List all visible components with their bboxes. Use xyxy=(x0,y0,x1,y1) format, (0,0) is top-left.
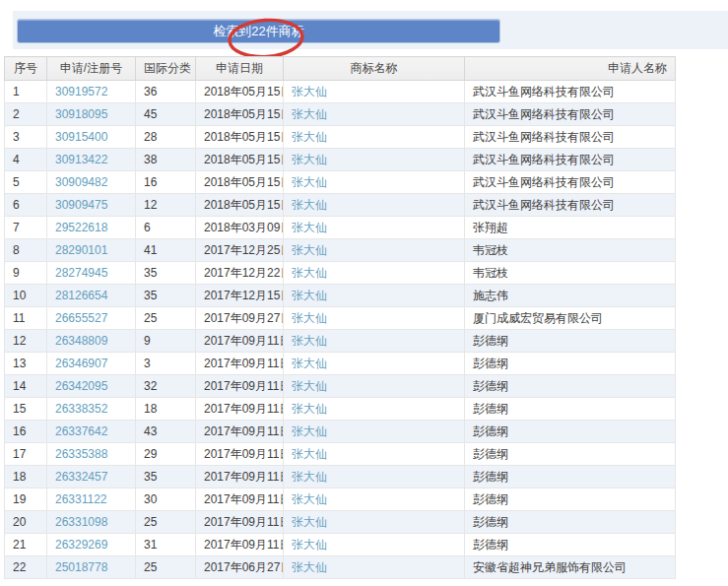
table-row: 2026331098252017年09月11日张大仙彭德纲 xyxy=(5,511,676,534)
cell-applicant: 彭德纲 xyxy=(465,488,676,511)
cell-mark[interactable]: 张大仙 xyxy=(284,466,465,488)
result-banner-panel: 检索到22件商标 xyxy=(13,11,728,49)
cell-regno[interactable]: 26342095 xyxy=(47,375,136,398)
cell-mark[interactable]: 张大仙 xyxy=(284,421,465,443)
table-row: 630909475122018年05月15日张大仙武汉斗鱼网络科技有限公司 xyxy=(5,194,676,217)
cell-applicant: 韦冠枝 xyxy=(465,262,676,285)
cell-class: 25 xyxy=(136,307,196,330)
header-regno: 申请/注册号 xyxy=(47,57,136,81)
cell-regno[interactable]: 26335388 xyxy=(47,443,136,466)
table-row: 1926331122302017年09月11日张大仙彭德纲 xyxy=(5,488,676,511)
cell-regno[interactable]: 28274945 xyxy=(47,262,136,285)
cell-regno[interactable]: 30913422 xyxy=(47,149,136,171)
cell-regno[interactable]: 30909482 xyxy=(47,171,136,194)
cell-applicant: 施志伟 xyxy=(465,285,676,307)
cell-mark[interactable]: 张大仙 xyxy=(284,307,465,330)
cell-mark[interactable]: 张大仙 xyxy=(284,126,465,149)
cell-mark[interactable]: 张大仙 xyxy=(284,171,465,194)
header-date: 申请日期 xyxy=(196,57,284,81)
cell-class: 38 xyxy=(136,149,196,171)
cell-date: 2017年12月15日 xyxy=(196,285,284,307)
cell-applicant: 张翔超 xyxy=(465,217,676,239)
cell-regno[interactable]: 26338352 xyxy=(47,398,136,421)
cell-mark[interactable]: 张大仙 xyxy=(284,149,465,171)
cell-applicant: 韦冠枝 xyxy=(465,239,676,262)
cell-mark[interactable]: 张大仙 xyxy=(284,534,465,556)
table-row: 530909482162018年05月15日张大仙武汉斗鱼网络科技有限公司 xyxy=(5,171,676,194)
cell-class: 41 xyxy=(136,239,196,262)
cell-mark[interactable]: 张大仙 xyxy=(284,194,465,217)
cell-regno[interactable]: 30918095 xyxy=(47,103,136,126)
trademark-search-results-page: 检索到22件商标 序号 申请/注册号 国际分类 申请日期 商标名称 申请人名称 … xyxy=(0,0,728,586)
cell-applicant: 彭德纲 xyxy=(465,466,676,488)
cell-mark[interactable]: 张大仙 xyxy=(284,511,465,534)
cell-class: 28 xyxy=(136,126,196,149)
table-row: 2225018778252017年06月27日张大仙安徽省超神兄弟服饰有限公司 xyxy=(5,556,676,579)
cell-applicant: 彭德纲 xyxy=(465,330,676,353)
cell-mark[interactable]: 张大仙 xyxy=(284,217,465,239)
cell-seq: 10 xyxy=(5,285,47,307)
cell-mark[interactable]: 张大仙 xyxy=(284,262,465,285)
cell-seq: 3 xyxy=(5,126,47,149)
results-table: 序号 申请/注册号 国际分类 申请日期 商标名称 申请人名称 130919572… xyxy=(4,56,676,579)
table-row: 1726335388292017年09月11日张大仙彭德纲 xyxy=(5,443,676,466)
cell-date: 2018年03月09日 xyxy=(196,217,284,239)
cell-regno[interactable]: 29522618 xyxy=(47,217,136,239)
cell-seq: 9 xyxy=(5,262,47,285)
cell-mark[interactable]: 张大仙 xyxy=(284,103,465,126)
cell-class: 16 xyxy=(136,171,196,194)
cell-class: 45 xyxy=(136,103,196,126)
cell-seq: 1 xyxy=(5,81,47,103)
cell-class: 35 xyxy=(136,466,196,488)
cell-mark[interactable]: 张大仙 xyxy=(284,239,465,262)
table-row: 1626337642432017年09月11日张大仙彭德纲 xyxy=(5,421,676,443)
cell-date: 2017年09月11日 xyxy=(196,398,284,421)
cell-seq: 22 xyxy=(5,556,47,579)
cell-applicant: 厦门成威宏贸易有限公司 xyxy=(465,307,676,330)
cell-date: 2018年05月15日 xyxy=(196,194,284,217)
cell-mark[interactable]: 张大仙 xyxy=(284,443,465,466)
cell-date: 2017年09月11日 xyxy=(196,511,284,534)
cell-mark[interactable]: 张大仙 xyxy=(284,81,465,103)
cell-class: 25 xyxy=(136,511,196,534)
cell-mark[interactable]: 张大仙 xyxy=(284,488,465,511)
cell-regno[interactable]: 26346907 xyxy=(47,353,136,375)
cell-date: 2017年09月11日 xyxy=(196,375,284,398)
cell-regno[interactable]: 26337642 xyxy=(47,421,136,443)
cell-regno[interactable]: 28290101 xyxy=(47,239,136,262)
cell-applicant: 武汉斗鱼网络科技有限公司 xyxy=(465,149,676,171)
cell-regno[interactable]: 25018778 xyxy=(47,556,136,579)
cell-mark[interactable]: 张大仙 xyxy=(284,285,465,307)
cell-mark[interactable]: 张大仙 xyxy=(284,330,465,353)
cell-regno[interactable]: 26332457 xyxy=(47,466,136,488)
cell-regno[interactable]: 26331122 xyxy=(47,488,136,511)
cell-date: 2017年09月27日 xyxy=(196,307,284,330)
table-row: 928274945352017年12月22日张大仙韦冠枝 xyxy=(5,262,676,285)
cell-regno[interactable]: 26331098 xyxy=(47,511,136,534)
cell-seq: 4 xyxy=(5,149,47,171)
cell-class: 9 xyxy=(136,330,196,353)
cell-seq: 7 xyxy=(5,217,47,239)
cell-applicant: 彭德纲 xyxy=(465,375,676,398)
cell-date: 2018年05月15日 xyxy=(196,171,284,194)
cell-regno[interactable]: 30915400 xyxy=(47,126,136,149)
cell-regno[interactable]: 30909475 xyxy=(47,194,136,217)
cell-applicant: 武汉斗鱼网络科技有限公司 xyxy=(465,194,676,217)
cell-seq: 8 xyxy=(5,239,47,262)
cell-regno[interactable]: 26655527 xyxy=(47,307,136,330)
table-row: 330915400282018年05月15日张大仙武汉斗鱼网络科技有限公司 xyxy=(5,126,676,149)
cell-regno[interactable]: 26348809 xyxy=(47,330,136,353)
cell-mark[interactable]: 张大仙 xyxy=(284,375,465,398)
cell-class: 12 xyxy=(136,194,196,217)
cell-mark[interactable]: 张大仙 xyxy=(284,353,465,375)
cell-regno[interactable]: 30919572 xyxy=(47,81,136,103)
cell-regno[interactable]: 26329269 xyxy=(47,534,136,556)
cell-seq: 20 xyxy=(5,511,47,534)
search-result-count-button[interactable]: 检索到22件商标 xyxy=(17,19,500,43)
cell-mark[interactable]: 张大仙 xyxy=(284,398,465,421)
cell-seq: 2 xyxy=(5,103,47,126)
cell-mark[interactable]: 张大仙 xyxy=(284,556,465,579)
cell-class: 18 xyxy=(136,398,196,421)
cell-date: 2017年09月11日 xyxy=(196,466,284,488)
cell-regno[interactable]: 28126654 xyxy=(47,285,136,307)
